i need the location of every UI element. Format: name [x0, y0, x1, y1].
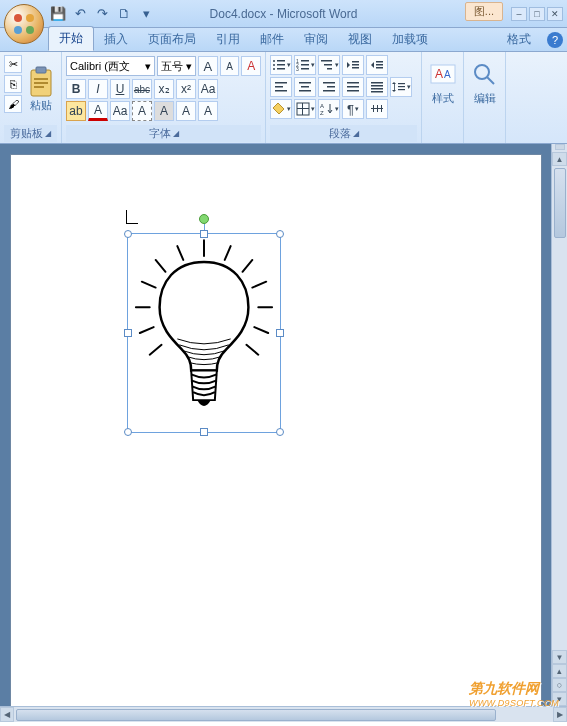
- scroll-down-button[interactable]: ▼: [552, 650, 567, 664]
- resize-handle-n[interactable]: [200, 230, 208, 238]
- font-name-combo[interactable]: Calibri (西文▾: [66, 56, 155, 76]
- clipboard-launcher-icon[interactable]: ◢: [45, 129, 51, 138]
- tab-home[interactable]: 开始: [48, 26, 94, 51]
- svg-rect-46: [394, 84, 395, 90]
- numbering-button[interactable]: 123▾: [294, 55, 316, 75]
- ribbon-tabs: 开始 插入 页面布局 引用 邮件 审阅 视图 加载项 格式 ?: [0, 28, 567, 52]
- borders-button[interactable]: ▾: [294, 99, 316, 119]
- subscript-button[interactable]: x₂: [154, 79, 174, 99]
- char-border-button[interactable]: A: [132, 101, 152, 121]
- picture-tools-context-tab[interactable]: 图...: [465, 2, 503, 21]
- svg-rect-27: [376, 61, 383, 63]
- resize-handle-sw[interactable]: [124, 428, 132, 436]
- prev-page-button[interactable]: ▴: [552, 664, 567, 678]
- align-left-button[interactable]: [270, 77, 292, 97]
- resize-handle-se[interactable]: [276, 428, 284, 436]
- page-viewport[interactable]: [0, 144, 551, 706]
- copy-button[interactable]: ⎘: [4, 75, 22, 93]
- font-color-button[interactable]: A: [88, 101, 108, 121]
- svg-line-69: [142, 282, 156, 288]
- svg-rect-29: [376, 67, 383, 69]
- underline-button[interactable]: U: [110, 79, 130, 99]
- minimize-button[interactable]: –: [511, 7, 527, 21]
- snap-grid-button[interactable]: [366, 99, 388, 119]
- svg-line-74: [254, 327, 268, 333]
- italic-button[interactable]: I: [88, 79, 108, 99]
- strike-button[interactable]: abc: [132, 79, 152, 99]
- tab-view[interactable]: 视图: [338, 28, 382, 51]
- resize-handle-w[interactable]: [124, 329, 132, 337]
- highlight-button[interactable]: ab: [66, 101, 86, 121]
- help-button[interactable]: ?: [547, 32, 563, 48]
- scroll-up-button[interactable]: ▲: [552, 152, 567, 166]
- tab-review[interactable]: 审阅: [294, 28, 338, 51]
- redo-icon[interactable]: ↷: [94, 6, 110, 22]
- decrease-indent-button[interactable]: [342, 55, 364, 75]
- save-icon[interactable]: 💾: [50, 6, 66, 22]
- justify-button[interactable]: [342, 77, 364, 97]
- paste-button[interactable]: 粘贴: [24, 55, 57, 123]
- maximize-button[interactable]: □: [529, 7, 545, 21]
- rotation-handle[interactable]: [199, 214, 209, 224]
- qat-dropdown-icon[interactable]: ▾: [138, 6, 154, 22]
- new-doc-icon[interactable]: 🗋: [116, 6, 132, 22]
- undo-icon[interactable]: ↶: [72, 6, 88, 22]
- resize-handle-e[interactable]: [276, 329, 284, 337]
- shrink-font-button[interactable]: A: [220, 56, 240, 76]
- svg-rect-58: [381, 105, 382, 112]
- enclose-char-button[interactable]: A: [176, 101, 196, 121]
- bold-button[interactable]: B: [66, 79, 86, 99]
- svg-line-63: [487, 77, 494, 84]
- grow-font-button[interactable]: A: [198, 56, 218, 76]
- resize-handle-s[interactable]: [200, 428, 208, 436]
- tab-references[interactable]: 引用: [206, 28, 250, 51]
- tab-mailings[interactable]: 邮件: [250, 28, 294, 51]
- next-page-button[interactable]: ▾: [552, 692, 567, 706]
- tab-page-layout[interactable]: 页面布局: [138, 28, 206, 51]
- svg-rect-34: [301, 86, 309, 88]
- line-spacing-button[interactable]: ▾: [390, 77, 412, 97]
- horizontal-scrollbar[interactable]: ◀ ▶: [0, 706, 567, 722]
- scroll-left-button[interactable]: ◀: [0, 707, 14, 722]
- tab-insert[interactable]: 插入: [94, 28, 138, 51]
- vertical-scrollbar[interactable]: ▲ ▼ ▴ ○ ▾: [551, 144, 567, 706]
- close-button[interactable]: ✕: [547, 7, 563, 21]
- font-size-combo[interactable]: 五号▾: [157, 56, 196, 76]
- resize-handle-ne[interactable]: [276, 230, 284, 238]
- shading-button[interactable]: ▾: [270, 99, 292, 119]
- show-marks-button[interactable]: ¶▾: [342, 99, 364, 119]
- svg-rect-45: [371, 91, 383, 93]
- superscript-button[interactable]: x²: [176, 79, 196, 99]
- increase-indent-button[interactable]: [366, 55, 388, 75]
- scroll-thumb[interactable]: [554, 168, 566, 238]
- bullets-button[interactable]: ▾: [270, 55, 292, 75]
- char-shading-button[interactable]: A: [154, 101, 174, 121]
- splitter-handle[interactable]: [555, 144, 565, 150]
- tab-format[interactable]: 格式: [497, 28, 541, 51]
- distribute-button[interactable]: [366, 77, 388, 97]
- browse-object-button[interactable]: ○: [552, 678, 567, 692]
- tab-addins[interactable]: 加载项: [382, 28, 438, 51]
- styles-button[interactable]: AA 样式: [426, 55, 460, 111]
- phonetic-button[interactable]: Aa: [110, 101, 130, 121]
- align-center-button[interactable]: [294, 77, 316, 97]
- hscroll-thumb[interactable]: [16, 709, 496, 721]
- align-right-button[interactable]: [318, 77, 340, 97]
- sort-button[interactable]: AZ▾: [318, 99, 340, 119]
- svg-line-75: [150, 345, 162, 355]
- find-button[interactable]: 编辑: [468, 55, 502, 111]
- resize-handle-nw[interactable]: [124, 230, 132, 238]
- svg-rect-26: [352, 67, 359, 69]
- font-launcher-icon[interactable]: ◢: [173, 129, 179, 138]
- clear-format-button[interactable]: A: [241, 56, 261, 76]
- multilevel-button[interactable]: ▾: [318, 55, 340, 75]
- format-painter-button[interactable]: 🖌: [4, 95, 22, 113]
- font-group: Calibri (西文▾ 五号▾ A A A B I U abc x₂ x² A…: [62, 52, 266, 143]
- cut-button[interactable]: ✂: [4, 55, 22, 73]
- scroll-right-button[interactable]: ▶: [553, 707, 567, 722]
- font-dialog-button[interactable]: A: [198, 101, 218, 121]
- paragraph-launcher-icon[interactable]: ◢: [353, 129, 359, 138]
- office-button[interactable]: [4, 4, 44, 44]
- selected-picture[interactable]: [127, 233, 281, 433]
- change-case-button[interactable]: Aa: [198, 79, 218, 99]
